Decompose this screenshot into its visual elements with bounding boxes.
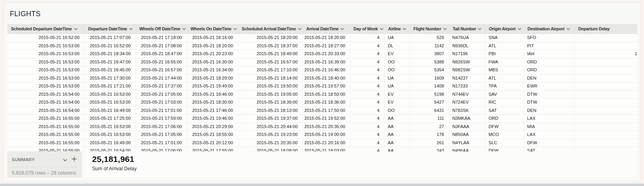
cell-departure-delay: -8 [575,66,637,74]
sort-chevron-icon [403,28,406,30]
table-row: 2015-05-21 16:54:002015-05-21 16:53:0020… [7,91,637,99]
cell-wheels-on-datetime: 2015-05-21 17:46:00 [187,107,238,115]
cell-destination-airport: EWR [524,82,575,90]
cell-scheduled-departure-datetime: 2015-05-21 16:54:00 [7,91,85,99]
cell-scheduled-arrival-datetime: 2015-05-21 20:35:00 [238,139,303,147]
cell-tail-number: N926SW [449,58,485,66]
column-header-arrival-datetime[interactable]: Arrival DateTime [303,24,350,33]
column-header-label: Scheduled Departure DateTime [11,26,72,31]
flights-card: FLIGHTS Scheduled Departure DateTimeDepa… [3,2,641,182]
cell-destination-airport: DTW [524,99,575,106]
cell-scheduled-departure-datetime: 2015-05-21 16:55:00 [7,139,85,147]
cell-destination-airport: DTW [524,91,575,99]
cell-scheduled-arrival-datetime: 2015-05-21 18:49:00 [238,50,303,58]
cell-wheels-off-datetime: 2015-05-21 17:01:00 [136,107,187,115]
cell-tail-number: N744EV [449,91,485,99]
cell-arrival-datetime: 2015-05-21 18:40:00 [303,74,350,82]
summary-divider [12,167,77,167]
cell-origin-airport: MCO [485,131,524,139]
cell-scheduled-departure-datetime: 2015-05-21 16:53:00 [7,50,85,58]
cell-flight-number: 178 [410,131,449,139]
cell-day-of-week: 4 [350,66,385,74]
column-header-label: Flight Number [413,26,441,31]
cell-scheduled-arrival-datetime: 2015-05-21 18:13:00 [238,107,303,115]
cell-wheels-on-datetime: 2015-05-21 20:23:00 [187,50,238,58]
cell-airline: EV [385,99,410,106]
column-header-scheduled-arrival-datetime[interactable]: Scheduled Arrival DateTime [238,24,303,33]
sort-chevron-icon [233,28,237,30]
cell-scheduled-arrival-datetime: 2015-05-21 18:39:00 [238,99,303,106]
sort-chevron-icon [478,28,481,30]
cell-departure-delay: -1 [575,99,637,106]
cell-tail-number: N3FAAA [449,123,485,131]
collapse-summary-button[interactable] [63,156,67,163]
cell-flight-number: 5427 [410,99,449,106]
column-header-departure-datetime[interactable]: Departure DateTime [85,24,136,33]
summary-panel-label: SUMMARY [12,157,35,162]
table-row: 2015-05-21 16:52:002015-05-21 17:07:0020… [7,34,637,42]
cell-arrival-datetime: 2015-05-21 16:46:00 [303,66,350,74]
cell-wheels-on-datetime: 2015-05-21 19:46:00 [187,115,238,123]
column-header-label: Airline [388,26,401,31]
cell-wheels-off-datetime: 2015-05-21 17:44:00 [136,74,187,82]
column-header-scheduled-departure-datetime[interactable]: Scheduled Departure DateTime [7,24,85,33]
add-summary-button[interactable] [72,156,77,163]
cell-tail-number: N3MKAA [449,115,485,123]
column-header-destination-airport[interactable]: Destination Airport [524,24,575,33]
sort-chevron-icon [380,28,383,30]
cell-flight-number: 6431 [410,107,449,115]
column-header-label: Destination Airport [527,26,564,31]
column-header-airline[interactable]: Airline [385,24,410,33]
cell-departure-datetime: 2015-05-21 16:49:00 [85,107,136,115]
table-row: 2015-05-21 16:53:002015-05-21 16:52:0020… [7,42,637,50]
sort-chevron-icon [298,28,302,30]
cell-flight-number: 27 [410,123,449,131]
cell-destination-airport: DEN [524,107,575,115]
cell-tail-number: N17196 [449,50,485,58]
column-header-wheels-off-datetime[interactable]: Wheels Off DateTime [136,24,187,33]
cell-wheels-off-datetime: 2015-05-21 17:01:00 [136,139,187,147]
cell-departure-datetime: 2015-05-21 16:53:00 [85,131,136,139]
cell-arrival-datetime: 2015-05-21 18:27:00 [303,42,350,50]
cell-airline: AA [385,139,410,147]
column-header-flight-number[interactable]: Flight Number [410,24,449,33]
cell-tail-number: N850AA [449,131,485,139]
cell-origin-airport: SLC [485,139,524,147]
cell-tail-number: N476UA [449,34,485,42]
table-row: 2015-05-21 16:53:002015-05-21 18:34:0020… [7,50,637,58]
cell-departure-datetime: 2015-05-21 16:49:00 [85,139,136,147]
cell-tail-number: N14237 [449,74,485,82]
cell-day-of-week: 4 [350,82,385,90]
summary-panel-header: SUMMARY [12,156,77,163]
cell-flight-number: 5198 [410,91,449,99]
column-header-label: Arrival DateTime [306,26,339,31]
column-header-wheels-on-datetime[interactable]: Wheels On DateTime [187,24,238,33]
cell-destination-airport: DEN [524,74,575,82]
cell-flight-number: 1142 [410,42,449,50]
column-header-departure-delay[interactable]: Departure Delay [575,24,637,33]
cell-airline: UA [385,34,410,42]
sort-chevron-icon [182,28,186,30]
cell-departure-datetime: 2015-05-21 17:21:00 [85,82,136,90]
column-header-label: Scheduled Arrival DateTime [242,26,296,31]
cell-origin-airport: SNA [485,34,524,42]
column-header-label: Day of Week [353,26,378,31]
column-header-origin-airport[interactable]: Origin Airport [485,24,524,33]
cell-wheels-on-datetime: 2015-05-21 18:29:00 [187,74,238,82]
table-row: 2015-05-21 16:54:002015-05-21 16:53:0020… [7,99,637,107]
cell-wheels-on-datetime: 2015-05-21 20:29:00 [187,123,238,131]
cell-origin-airport: MBS [485,66,524,74]
summary-metric-card[interactable]: 25,181,961 Sum of Arrival Delay [82,151,637,178]
cell-wheels-off-datetime: 2015-05-21 17:18:00 [136,34,187,42]
column-header-label: Tail Number [453,26,476,31]
cell-airline: DL [385,42,410,50]
column-header-tail-number[interactable]: Tail Number [449,24,485,33]
cell-scheduled-arrival-datetime: 2015-05-21 19:50:00 [238,82,303,90]
cell-departure-delay: -1 [575,91,637,99]
cell-arrival-datetime: 2015-05-21 18:50:00 [303,91,350,99]
cell-arrival-datetime: 2015-05-21 20:16:00 [303,139,350,147]
cell-destination-airport: ORD [524,58,575,66]
column-header-day-of-week[interactable]: Day of Week [350,24,385,33]
cell-scheduled-arrival-datetime: 2015-05-21 17:10:00 [238,66,303,74]
cell-origin-airport: PBI [485,50,524,58]
